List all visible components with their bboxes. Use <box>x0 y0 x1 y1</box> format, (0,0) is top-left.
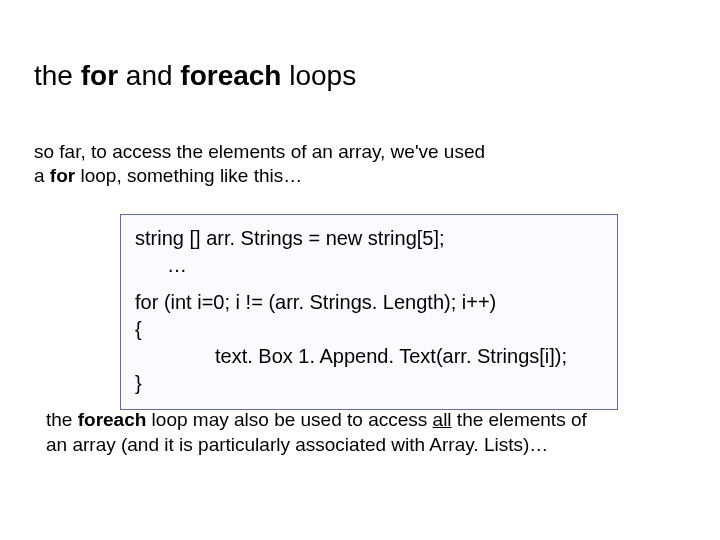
slide: the for and foreach loops so far, to acc… <box>0 0 720 540</box>
intro-keyword-for: for <box>50 165 75 186</box>
intro-line-2: a for loop, something like this… <box>34 164 634 188</box>
outro-o3: loop may also be used to access <box>146 409 432 430</box>
outro-paragraph: the foreach loop may also be used to acc… <box>46 408 666 457</box>
title-text-1: the <box>34 60 81 91</box>
intro-paragraph: so far, to access the elements of an arr… <box>34 140 634 188</box>
outro-line-1: the foreach loop may also be used to acc… <box>46 408 666 433</box>
outro-line-2: an array (and it is particularly associa… <box>46 433 666 458</box>
code-line-1: string [] arr. Strings = new string[5]; <box>135 225 603 252</box>
slide-title: the for and foreach loops <box>34 60 356 92</box>
title-keyword-foreach: foreach <box>180 60 281 91</box>
title-text-3: and <box>118 60 180 91</box>
code-box: string [] arr. Strings = new string[5]; … <box>120 214 618 410</box>
title-keyword-for: for <box>81 60 118 91</box>
code-line-2: … <box>135 252 603 279</box>
code-gap <box>135 279 603 289</box>
outro-keyword-foreach: foreach <box>78 409 147 430</box>
outro-o1: the <box>46 409 78 430</box>
code-line-3: for (int i=0; i != (arr. Strings. Length… <box>135 289 603 316</box>
title-text-5: loops <box>281 60 356 91</box>
outro-underline-all: all <box>433 409 452 430</box>
intro-l2a: a <box>34 165 50 186</box>
code-line-5: text. Box 1. Append. Text(arr. Strings[i… <box>135 343 603 370</box>
intro-l2c: loop, something like this… <box>75 165 302 186</box>
code-line-6: } <box>135 370 603 397</box>
outro-o5: the elements of <box>452 409 587 430</box>
code-line-4: { <box>135 316 603 343</box>
intro-line-1: so far, to access the elements of an arr… <box>34 140 634 164</box>
